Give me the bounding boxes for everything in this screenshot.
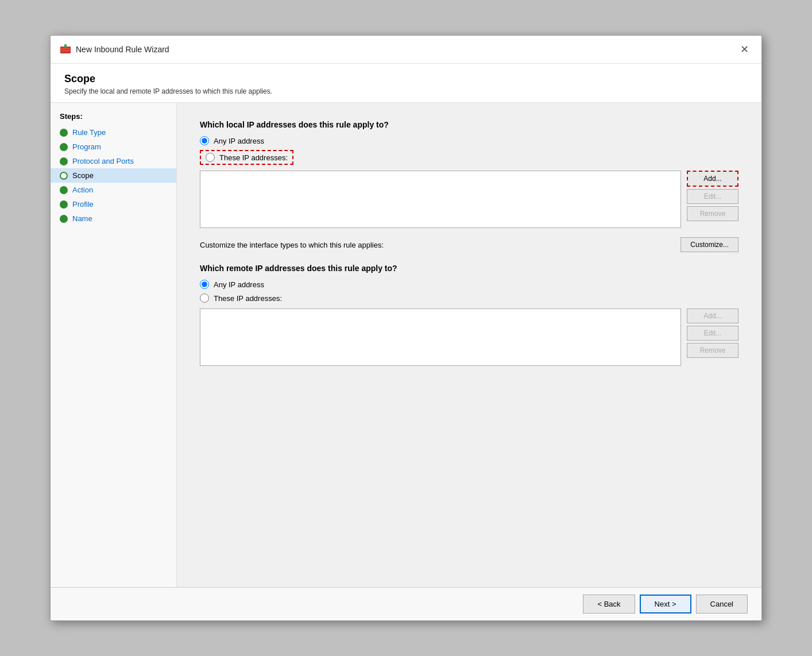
svg-rect-2 xyxy=(64,48,67,49)
svg-rect-1 xyxy=(61,48,64,49)
sidebar-item-scope[interactable]: Scope xyxy=(51,168,176,183)
remote-any-row: Any IP address xyxy=(200,280,738,289)
svg-rect-4 xyxy=(61,50,64,52)
local-remove-button[interactable]: Remove xyxy=(687,206,738,221)
local-these-ip-radio[interactable] xyxy=(206,153,215,162)
footer: < Back Next > Cancel xyxy=(51,587,761,620)
remote-ip-box-row: Add... Edit... Remove xyxy=(200,308,738,366)
local-radio-group: Any IP address These IP addresses: xyxy=(200,136,738,165)
remote-ip-listbox[interactable] xyxy=(200,308,681,366)
close-button[interactable]: ✕ xyxy=(736,41,752,57)
remote-radio-group: Any IP address These IP addresses: xyxy=(200,280,738,303)
next-button[interactable]: Next > xyxy=(640,595,691,613)
local-add-button[interactable]: Add... xyxy=(687,171,738,187)
step-dot-scope xyxy=(60,172,68,180)
remote-remove-button[interactable]: Remove xyxy=(687,343,738,358)
svg-rect-7 xyxy=(64,44,67,47)
title-bar: New Inbound Rule Wizard ✕ xyxy=(51,36,761,64)
firewall-icon xyxy=(60,44,71,55)
local-these-ip-dashed: These IP addresses: xyxy=(200,150,293,165)
local-ip-box-row: Add... Edit... Remove xyxy=(200,171,738,228)
step-dot-rule-type xyxy=(60,129,68,137)
step-dot-protocol xyxy=(60,157,68,165)
header-section: Scope Specify the local and remote IP ad… xyxy=(51,64,761,103)
page-subtitle: Specify the local and remote IP addresse… xyxy=(64,87,748,95)
local-any-ip-label: Any IP address xyxy=(214,137,264,145)
remote-add-button[interactable]: Add... xyxy=(687,308,738,323)
title-bar-left: New Inbound Rule Wizard xyxy=(60,44,169,55)
svg-rect-3 xyxy=(67,48,69,49)
customize-row: Customize the interface types to which t… xyxy=(200,237,738,252)
dialog-title: New Inbound Rule Wizard xyxy=(76,45,169,54)
back-button[interactable]: < Back xyxy=(583,595,635,613)
local-any-row: Any IP address xyxy=(200,136,738,145)
remote-any-ip-label: Any IP address xyxy=(214,280,264,289)
local-btn-col: Add... Edit... Remove xyxy=(687,171,738,228)
customize-label: Customize the interface types to which t… xyxy=(200,241,384,249)
sidebar-item-action[interactable]: Action xyxy=(51,183,176,197)
sidebar-item-protocol-ports[interactable]: Protocol and Ports xyxy=(51,154,176,168)
remote-these-ip-label: These IP addresses: xyxy=(214,294,282,303)
main-panel: Which local IP addresses does this rule … xyxy=(177,103,761,587)
sidebar: Steps: Rule Type Program Protocol and Po… xyxy=(51,103,177,587)
dialog-window: New Inbound Rule Wizard ✕ Scope Specify … xyxy=(50,35,762,621)
step-dot-program xyxy=(60,143,68,151)
sidebar-steps-label: Steps: xyxy=(51,112,176,125)
page-title: Scope xyxy=(64,73,748,85)
sidebar-item-program[interactable]: Program xyxy=(51,140,176,154)
local-any-ip-radio[interactable] xyxy=(200,136,209,145)
cancel-button[interactable]: Cancel xyxy=(696,595,748,613)
step-dot-action xyxy=(60,186,68,194)
local-edit-button[interactable]: Edit... xyxy=(687,189,738,204)
remote-these-row: These IP addresses: xyxy=(200,294,738,303)
content-area: Steps: Rule Type Program Protocol and Po… xyxy=(51,103,761,587)
local-section-title: Which local IP addresses does this rule … xyxy=(200,120,738,129)
remote-edit-button[interactable]: Edit... xyxy=(687,326,738,341)
step-dot-profile xyxy=(60,200,68,209)
svg-rect-6 xyxy=(67,50,69,52)
remote-section-title: Which remote IP addresses does this rule… xyxy=(200,264,738,273)
remote-any-ip-radio[interactable] xyxy=(200,280,209,289)
local-these-ip-label: These IP addresses: xyxy=(219,153,288,162)
sidebar-item-rule-type[interactable]: Rule Type xyxy=(51,125,176,140)
step-dot-name xyxy=(60,215,68,223)
local-ip-listbox[interactable] xyxy=(200,171,681,228)
sidebar-item-profile[interactable]: Profile xyxy=(51,197,176,211)
local-these-row: These IP addresses: xyxy=(206,153,288,162)
customize-button[interactable]: Customize... xyxy=(680,237,738,252)
remote-btn-col: Add... Edit... Remove xyxy=(687,308,738,366)
sidebar-item-name[interactable]: Name xyxy=(51,211,176,226)
remote-these-ip-radio[interactable] xyxy=(200,294,209,303)
svg-rect-5 xyxy=(64,50,67,52)
